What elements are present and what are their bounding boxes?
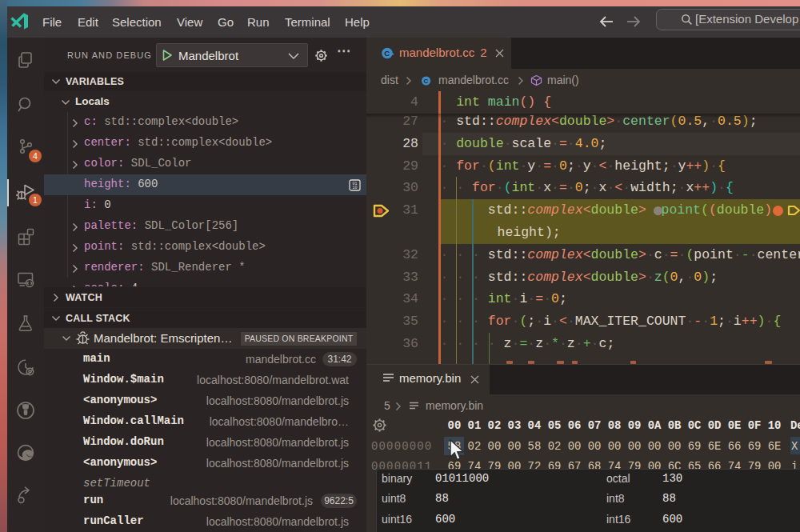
svg-text:10: 10: [352, 186, 357, 190]
svg-text:C: C: [384, 49, 390, 58]
svg-text:C: C: [423, 78, 428, 85]
